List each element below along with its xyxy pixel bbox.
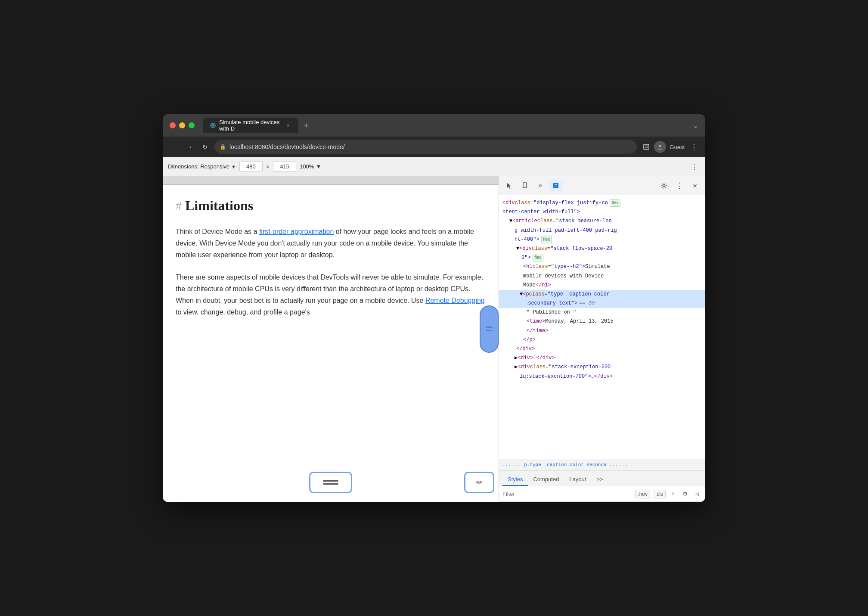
tree-line-h1b[interactable]: mobile devices with Device	[499, 272, 705, 281]
bottom-overlay-menu[interactable]	[309, 472, 352, 493]
minimize-window-button[interactable]	[179, 122, 185, 128]
tree-line-2b[interactable]: g width-full pad-left-400 pad-rig	[499, 226, 705, 235]
devtools-cursor-button[interactable]	[502, 179, 516, 193]
new-tab-button[interactable]: +	[300, 119, 313, 132]
tree-line-1b[interactable]: ntent-center width-full">	[499, 208, 705, 217]
menu-line-1	[323, 480, 338, 482]
reader-mode-button[interactable]	[640, 141, 652, 153]
breadcrumb-ellipsis-1[interactable]: ...	[502, 462, 511, 467]
bottom-overlay-edit[interactable]: ✏	[464, 472, 494, 493]
tree-line-published[interactable]: " Published on "	[499, 308, 705, 317]
page-paragraph-1: Think of Device Mode as a first-order ap…	[176, 226, 486, 261]
flex-badge-2[interactable]: flex	[541, 236, 552, 243]
horizontal-ruler	[163, 176, 499, 185]
svg-point-9	[663, 184, 665, 187]
devtools-more-panels-button[interactable]: »	[533, 179, 547, 193]
breadcrumb-selector[interactable]: ... p.type--caption.color-seconda ...	[513, 462, 618, 467]
tree-line-2[interactable]: ▼ <article class="stack measure-lon	[499, 217, 705, 226]
close-window-button[interactable]	[170, 122, 176, 128]
tree-line-3b[interactable]: 0"> flex	[499, 253, 705, 262]
devtools-device-button[interactable]	[518, 179, 532, 193]
styles-tabs-bar: Styles Computed Layout >>	[499, 471, 705, 486]
tab-styles[interactable]: Styles	[502, 473, 528, 486]
tree-line-h1c[interactable]: Mode</h1>	[499, 281, 705, 290]
tab-layout[interactable]: Layout	[564, 473, 591, 486]
scroll-handle-inner	[486, 327, 493, 331]
cursor-icon	[506, 182, 513, 189]
class-filter-button[interactable]: .cls	[653, 490, 666, 498]
chrome-icon	[210, 122, 216, 129]
profile-name: Guest	[670, 144, 685, 150]
page-content: # Limitations Think of Device Mode as a …	[163, 185, 499, 341]
html-tree[interactable]: <div class="display-flex justify-co flex…	[499, 195, 705, 459]
page-heading: # Limitations	[176, 198, 486, 214]
tab-computed[interactable]: Computed	[528, 473, 564, 486]
width-input[interactable]	[239, 161, 263, 172]
device-toolbar: Dimensions: Responsive ▼ × 100% ▼ ⋮	[163, 157, 705, 176]
flex-badge-1[interactable]: flex	[610, 199, 621, 207]
heading-hash: #	[176, 199, 182, 213]
forward-button[interactable]: →	[183, 141, 195, 153]
devtools-settings-button[interactable]	[657, 179, 671, 193]
pseudo-class-filter-button[interactable]: :hov	[635, 490, 650, 498]
breadcrumb-ellipsis-2[interactable]: ...	[620, 462, 628, 467]
traffic-lights	[170, 122, 195, 128]
back-button[interactable]: ←	[168, 141, 180, 153]
dimensions-select[interactable]: Dimensions: Responsive ▼	[168, 163, 236, 170]
breadcrumb-bar: ... ... p.type--caption.color-seconda ..…	[499, 459, 705, 471]
tree-line-3[interactable]: ▼ <div class="stack flow-space-20	[499, 244, 705, 253]
reader-icon	[643, 143, 650, 150]
tree-line-stack-exception[interactable]: ▶ <div class="stack-exception-600	[499, 363, 705, 372]
dimension-separator: ×	[266, 163, 270, 170]
tree-line-time[interactable]: <time>Monday, April 13, 2015	[499, 317, 705, 326]
url-text: localhost:8080/docs/devtools/device-mode…	[229, 143, 632, 150]
tree-line-p[interactable]: ▼ <p class="type--caption color	[499, 290, 705, 299]
address-bar[interactable]: 🔒 localhost:8080/docs/devtools/device-mo…	[214, 140, 637, 154]
main-area: # Limitations Think of Device Mode as a …	[163, 176, 705, 502]
svg-rect-8	[553, 183, 558, 188]
browser-tab-active[interactable]: Simulate mobile devices with D ×	[203, 118, 298, 133]
toolbar-more-button[interactable]: ⋮	[689, 160, 700, 173]
tree-line-2c[interactable]: ht-400"> flex	[499, 235, 705, 244]
copy-styles-button[interactable]: ⊞	[680, 489, 690, 499]
expand-styles-button[interactable]: ◁	[692, 489, 702, 499]
svg-rect-3	[645, 146, 648, 146]
page-frame[interactable]: # Limitations Think of Device Mode as a …	[163, 185, 499, 502]
tree-line-1[interactable]: <div class="display-flex justify-co flex	[499, 199, 705, 208]
tree-line-stack-exception2[interactable]: lq:stack-excntion-700">…</div>	[499, 372, 705, 381]
devtools-close-button[interactable]: ✕	[688, 179, 702, 193]
tree-line-div-close[interactable]: </div>	[499, 345, 705, 354]
tab-bar: Simulate mobile devices with D × +	[203, 118, 688, 133]
svg-point-5	[659, 145, 661, 147]
height-input[interactable]	[273, 161, 296, 172]
tree-line-p2[interactable]: -secondary-text"> == $0	[499, 299, 705, 308]
tab-more[interactable]: >>	[591, 473, 608, 486]
page-heading-text: Limitations	[185, 198, 253, 214]
devtools-more-options-button[interactable]: ⋮	[673, 179, 686, 193]
tree-line-div-dots[interactable]: ▶ <div>…</div>	[499, 354, 705, 363]
tree-line-p-close[interactable]: </p>	[499, 336, 705, 345]
profile-button[interactable]	[654, 141, 666, 153]
browser-window: Simulate mobile devices with D × + ⌄ ← →…	[163, 114, 705, 502]
tab-strip-more-button[interactable]: ⌄	[693, 121, 698, 130]
flex-badge-3[interactable]: flex	[533, 254, 544, 261]
tree-line-h1[interactable]: <h1 class="type--h2">Simulate	[499, 262, 705, 271]
devtools-elements-button[interactable]	[549, 179, 563, 193]
tree-line-time-close[interactable]: </time>	[499, 327, 705, 336]
svg-point-7	[524, 187, 525, 187]
maximize-window-button[interactable]	[189, 122, 195, 128]
first-order-link[interactable]: first-order approximation	[259, 228, 334, 235]
filter-bar: :hov .cls + ⊞ ◁	[499, 486, 705, 502]
styles-filter-input[interactable]	[502, 491, 632, 497]
gear-icon	[660, 182, 667, 189]
scroll-handle[interactable]	[480, 305, 499, 353]
zoom-select[interactable]: 100% ▼	[300, 163, 321, 170]
remote-debugging-link[interactable]: Remote Debugging	[425, 297, 485, 304]
add-style-button[interactable]: +	[668, 489, 678, 499]
device-icon	[521, 182, 528, 189]
address-lock-icon: 🔒	[220, 144, 226, 150]
browser-more-button[interactable]: ⋮	[688, 141, 700, 153]
menu-lines	[323, 480, 338, 485]
tab-close-button[interactable]: ×	[285, 122, 291, 129]
refresh-button[interactable]: ↻	[199, 141, 211, 153]
